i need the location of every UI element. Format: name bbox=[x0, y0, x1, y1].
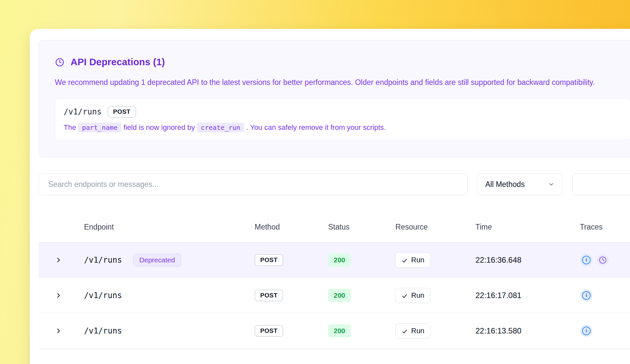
table-row[interactable]: /v1/runs POST 200 Run 22:16:17.081 i bbox=[39, 278, 630, 313]
check-icon bbox=[402, 257, 408, 263]
chevron-down-icon bbox=[548, 181, 555, 188]
deprecated-badge: Deprecated bbox=[133, 253, 181, 267]
endpoint-path: /v1/runs bbox=[84, 255, 122, 265]
code-chip-function: create_run bbox=[197, 123, 244, 132]
deprecation-clock-icon[interactable] bbox=[597, 254, 609, 266]
expand-cell bbox=[39, 257, 84, 263]
info-glyph: i bbox=[582, 256, 591, 264]
header-resource: Resource bbox=[395, 223, 475, 232]
resource-cell: Run bbox=[395, 323, 475, 338]
search-input[interactable] bbox=[39, 173, 468, 195]
deprecation-panel: API Deprecations (1) We recommend updati… bbox=[39, 40, 630, 157]
note-suffix: . You can safely remove it from your scr… bbox=[246, 123, 386, 132]
method-badge: POST bbox=[255, 254, 283, 266]
status-badge: 200 bbox=[328, 289, 351, 302]
secondary-filter-dropdown[interactable] bbox=[572, 173, 630, 195]
method-cell: POST bbox=[255, 254, 328, 266]
method-badge: POST bbox=[255, 325, 283, 337]
info-glyph: i bbox=[582, 327, 591, 335]
method-cell: POST bbox=[255, 290, 328, 301]
time-cell: 22:16:17.081 bbox=[475, 291, 580, 300]
method-filter-value: All Methods bbox=[485, 180, 525, 189]
table-row[interactable]: /v1/runs Deprecated POST 200 Run 22:16:3… bbox=[39, 242, 630, 278]
run-resource-button[interactable]: Run bbox=[395, 288, 430, 303]
requests-table: Endpoint Method Status Resource Time Tra… bbox=[39, 212, 630, 349]
method-badge: POST bbox=[108, 106, 136, 118]
run-label: Run bbox=[411, 327, 424, 335]
header-time: Time bbox=[475, 223, 580, 232]
status-cell: 200 bbox=[328, 253, 395, 267]
chevron-right-icon[interactable] bbox=[55, 328, 62, 334]
note-middle: field is now ignored by bbox=[123, 123, 195, 132]
deprecation-description: We recommend updating 1 deprecated API t… bbox=[55, 76, 630, 89]
run-resource-button[interactable]: Run bbox=[395, 253, 430, 268]
check-icon bbox=[402, 293, 408, 298]
run-resource-button[interactable]: Run bbox=[395, 323, 430, 338]
endpoint-cell: /v1/runs bbox=[84, 291, 255, 300]
traces-cell: i bbox=[580, 325, 630, 337]
endpoint-cell: /v1/runs Deprecated bbox=[84, 253, 255, 267]
deprecation-item-card: /v1/runs POST The part_name field is now… bbox=[55, 98, 630, 140]
code-chip-field: part_name bbox=[78, 123, 121, 132]
toolbar: All Methods bbox=[39, 173, 630, 195]
table-header-row: Endpoint Method Status Resource Time Tra… bbox=[39, 212, 630, 242]
resource-cell: Run bbox=[395, 253, 475, 268]
run-label: Run bbox=[411, 256, 424, 264]
header-traces: Traces bbox=[580, 223, 630, 232]
chevron-right-icon[interactable] bbox=[55, 292, 62, 299]
chevron-right-icon[interactable] bbox=[55, 257, 62, 263]
traces-cell: i bbox=[580, 254, 630, 266]
info-icon[interactable]: i bbox=[580, 325, 592, 337]
table-row[interactable]: /v1/runs POST 200 Run 22:16:13.580 i bbox=[39, 313, 630, 349]
header-status: Status bbox=[328, 223, 395, 232]
method-cell: POST bbox=[255, 325, 328, 337]
status-cell: 200 bbox=[328, 289, 395, 302]
method-filter-dropdown[interactable]: All Methods bbox=[477, 173, 563, 195]
note-prefix: The bbox=[64, 123, 76, 132]
expand-cell bbox=[39, 292, 84, 299]
run-label: Run bbox=[411, 291, 424, 300]
endpoint-path: /v1/runs bbox=[84, 326, 122, 335]
deprecation-title-row: API Deprecations (1) bbox=[55, 57, 630, 68]
time-cell: 22:16:36.648 bbox=[475, 255, 580, 265]
status-badge: 200 bbox=[328, 324, 351, 337]
status-badge: 200 bbox=[328, 253, 351, 267]
expand-cell bbox=[39, 328, 84, 334]
deprecation-note: The part_name field is now ignored by cr… bbox=[64, 123, 621, 132]
method-badge: POST bbox=[255, 290, 283, 301]
resource-cell: Run bbox=[395, 288, 475, 303]
traces-cell: i bbox=[580, 290, 630, 301]
header-method: Method bbox=[255, 223, 328, 232]
time-cell: 22:16:13.580 bbox=[475, 326, 580, 335]
deprecated-endpoint: /v1/runs bbox=[64, 107, 102, 116]
main-panel: API Deprecations (1) We recommend updati… bbox=[30, 29, 630, 364]
deprecation-item-head: /v1/runs POST bbox=[64, 106, 621, 118]
check-icon bbox=[402, 328, 408, 334]
clock-icon bbox=[55, 57, 65, 67]
info-glyph: i bbox=[582, 291, 591, 300]
info-icon[interactable]: i bbox=[580, 290, 592, 301]
status-cell: 200 bbox=[328, 324, 395, 337]
endpoint-cell: /v1/runs bbox=[84, 326, 255, 335]
info-icon[interactable]: i bbox=[580, 254, 592, 266]
header-endpoint: Endpoint bbox=[84, 223, 255, 232]
endpoint-path: /v1/runs bbox=[84, 291, 122, 300]
deprecation-title: API Deprecations (1) bbox=[71, 57, 165, 68]
